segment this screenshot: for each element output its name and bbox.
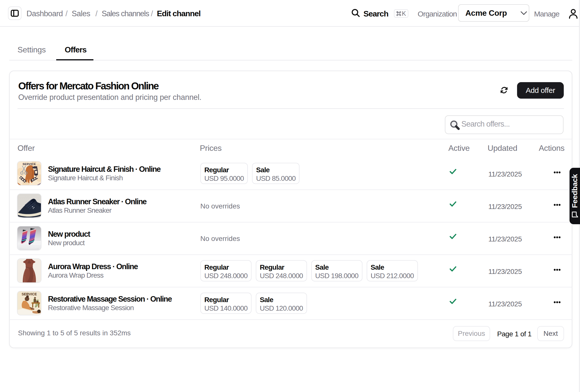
svg-text:SERVICE: SERVICE [21, 292, 37, 296]
svg-text:SERVICE: SERVICE [22, 163, 36, 166]
